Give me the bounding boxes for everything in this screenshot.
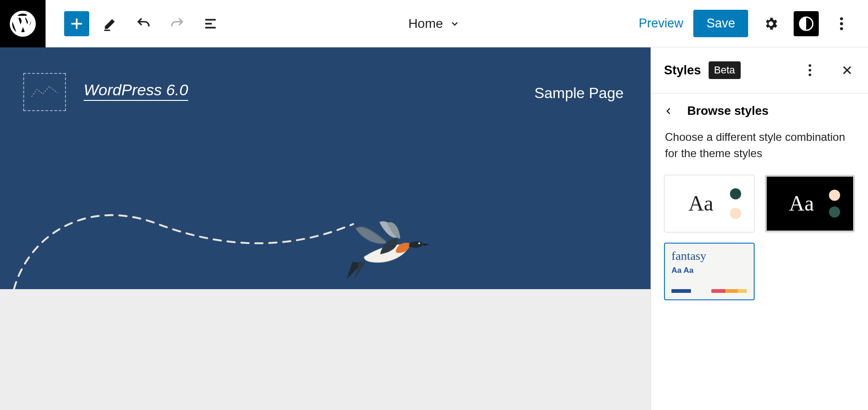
nav-sample-page[interactable]: Sample Page [534, 85, 624, 102]
variation-sample-text: Aa Aa [671, 266, 694, 275]
svg-rect-1 [104, 29, 110, 31]
styles-sidebar: Styles Beta Browse styles Choose a diffe… [651, 47, 868, 410]
close-sidebar-button[interactable] [830, 58, 855, 83]
redo-button[interactable] [164, 11, 190, 36]
chevron-down-icon [449, 19, 460, 29]
svg-point-4 [840, 22, 843, 25]
document-title-text: Home [408, 16, 443, 31]
palette-bars [671, 289, 747, 293]
svg-point-5 [840, 27, 843, 30]
style-variation-fantasy[interactable]: fantasy Aa Aa [664, 243, 755, 300]
document-title-dropdown[interactable]: Home [408, 16, 460, 31]
panel-description: Choose a different style combination for… [651, 121, 868, 175]
add-block-button[interactable] [64, 11, 89, 36]
list-view-button[interactable] [198, 11, 223, 36]
color-swatch [829, 206, 840, 218]
back-button[interactable] [664, 106, 673, 116]
variation-label: fantasy [671, 249, 706, 263]
style-variations-grid: Aa Aa fantasy Aa Aa [651, 175, 868, 300]
svg-point-8 [809, 69, 811, 72]
svg-point-3 [840, 17, 843, 20]
styles-panel-toggle[interactable] [794, 11, 819, 36]
svg-point-6 [418, 242, 420, 244]
editor-canvas[interactable]: WordPress 6.0 Sample Page [0, 47, 651, 410]
bird-illustration [344, 219, 432, 284]
color-swatch [730, 188, 741, 199]
workspace: WordPress 6.0 Sample Page [0, 47, 868, 410]
svg-point-7 [809, 64, 811, 67]
editor-toolbar: Home Preview Save [0, 0, 868, 47]
wordpress-logo[interactable] [0, 0, 46, 47]
site-title[interactable]: WordPress 6.0 [84, 81, 188, 101]
style-variation-default[interactable]: Aa [664, 175, 755, 232]
site-logo-placeholder[interactable] [23, 73, 66, 111]
chevron-left-icon [664, 106, 673, 116]
color-swatch [829, 190, 840, 201]
edit-tool-button[interactable] [98, 11, 123, 36]
panel-title: Browse styles [687, 104, 769, 118]
svg-point-9 [809, 73, 811, 76]
settings-button[interactable] [758, 11, 783, 36]
style-variation-dark[interactable]: Aa [765, 175, 855, 232]
more-options-button[interactable] [829, 11, 854, 36]
save-button[interactable]: Save [693, 10, 748, 37]
variation-sample-text: Aa [789, 191, 814, 216]
color-swatch [730, 208, 741, 219]
preview-link[interactable]: Preview [638, 16, 683, 31]
beta-badge: Beta [709, 61, 741, 79]
styles-more-button[interactable] [797, 58, 822, 83]
undo-button[interactable] [131, 11, 156, 36]
browse-styles-header: Browse styles [651, 93, 868, 121]
sidebar-header: Styles Beta [651, 47, 868, 93]
variation-sample-text: Aa [688, 191, 713, 216]
hero-section: WordPress 6.0 Sample Page [0, 47, 651, 289]
styles-heading: Styles [664, 63, 701, 78]
